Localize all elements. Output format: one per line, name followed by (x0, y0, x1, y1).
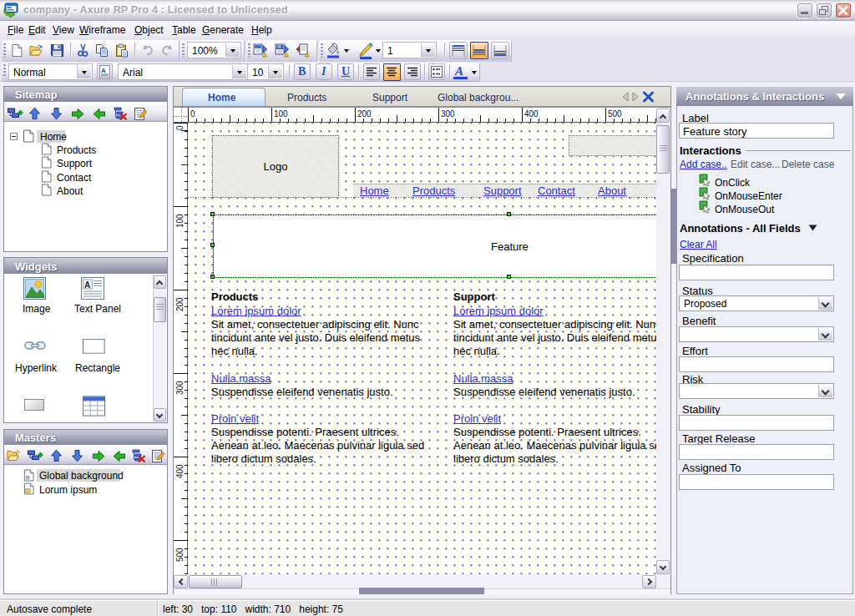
svg-text:A: A (101, 67, 106, 74)
svg-text:W: W (277, 44, 281, 49)
svg-text:A: A (84, 280, 90, 290)
